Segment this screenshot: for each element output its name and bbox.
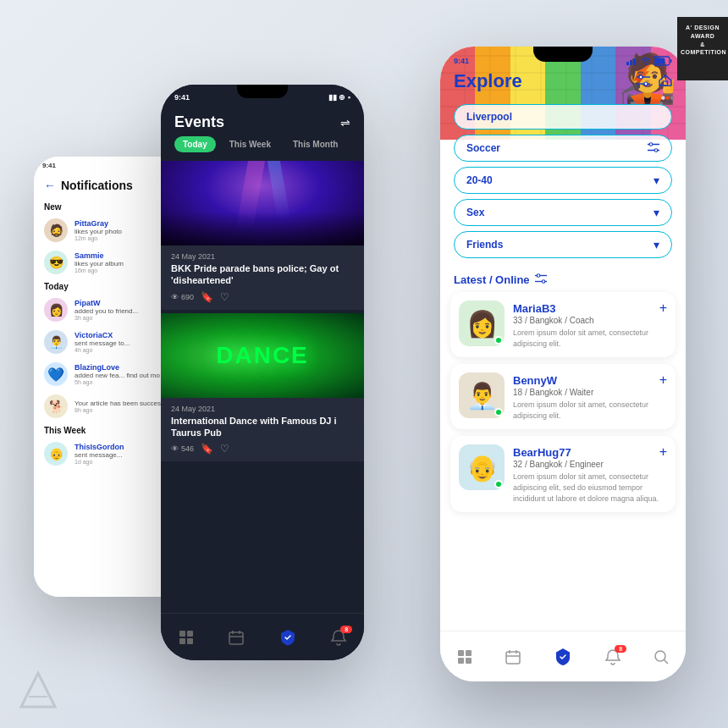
filter-sport-text: Soccer: [466, 142, 500, 154]
avatar-wrap: 👴: [459, 444, 505, 490]
svg-rect-28: [458, 658, 464, 664]
notif-message: added new fea... find out more here.: [74, 372, 168, 379]
event-card[interactable]: 24 May 2021 BKK Pride parade bans police…: [161, 161, 364, 310]
nav-shield[interactable]: [553, 647, 573, 667]
svg-point-15: [639, 75, 643, 79]
filter-sex[interactable]: Sex ▾: [454, 199, 672, 226]
tab-this-week[interactable]: This Week: [221, 136, 279, 152]
notif-message: sent message to...: [74, 339, 168, 347]
add-user-button[interactable]: +: [659, 301, 667, 316]
svg-rect-11: [655, 58, 665, 64]
svg-rect-30: [506, 652, 520, 664]
phone-events: 9:41 ▮▮ ⊕ ▪ Events ⇌ Today This Week Thi…: [161, 85, 364, 660]
nav-calendar[interactable]: [228, 629, 245, 646]
avatar: 👨‍💼: [44, 330, 68, 354]
user-description: Lorem ipsum dolor sit amet, consectetur …: [513, 472, 667, 504]
user-card-mariab3[interactable]: 👩 MariaB3 + 33 / Bangkok / Coach Lorem i…: [450, 292, 676, 357]
add-user-button[interactable]: +: [659, 372, 667, 388]
avatar: 👩: [44, 298, 68, 322]
chevron-down-icon: ▾: [654, 174, 659, 187]
time-1: 9:41: [42, 162, 56, 169]
avatar-wrap: 👩: [459, 301, 505, 346]
notif-message: sent message...: [74, 451, 168, 459]
phone-explore: 🧑‍🎤 9:41 Explore: [440, 47, 686, 681]
nav-grid[interactable]: [178, 629, 195, 646]
notification-badge: 8: [340, 626, 352, 633]
svg-point-24: [537, 274, 540, 278]
svg-rect-4: [229, 632, 243, 644]
event-title: BKK Pride parade bans police; Gay ot 'di…: [171, 262, 354, 287]
bookmark-icon[interactable]: 🔖: [201, 443, 213, 455]
notification-badge-3: 8: [615, 645, 626, 653]
nav-notification[interactable]: 8: [330, 629, 347, 646]
filter-location[interactable]: Liverpool: [454, 104, 672, 130]
event-stats: 👁 690 🔖 ♡: [171, 291, 354, 303]
avatar-wrap: 👨‍💼: [459, 372, 505, 418]
filter-sliders-small-icon: [648, 141, 659, 155]
event-date: 24 May 2021: [171, 405, 354, 413]
filter-age-text: 20-40: [466, 174, 493, 186]
svg-rect-7: [633, 58, 636, 65]
nav-grid[interactable]: [456, 648, 473, 665]
add-user-button[interactable]: +: [659, 444, 667, 460]
notch-3: [533, 47, 593, 62]
event-card[interactable]: DANCE 24 May 2021 International Dance wi…: [161, 313, 364, 462]
user-name: MariaB3: [513, 302, 556, 315]
filter-location-text: Liverpool: [466, 111, 512, 123]
latest-online-section: Latest / Online: [440, 263, 686, 292]
notif-message: added you to friend...: [74, 307, 168, 315]
heart-icon[interactable]: ♡: [220, 443, 229, 455]
online-indicator: [494, 408, 503, 416]
event-info: 24 May 2021 International Dance with Fam…: [161, 398, 364, 462]
avatar: 🐕: [44, 394, 68, 418]
events-header: Events ⇌: [161, 107, 364, 136]
avatar: 💙: [44, 362, 68, 386]
online-indicator: [494, 480, 503, 488]
svg-rect-1: [187, 631, 193, 637]
filter-sliders-online-icon[interactable]: [535, 272, 547, 287]
avatar: 🧔: [44, 218, 68, 242]
filter-age[interactable]: 20-40 ▾: [454, 167, 672, 194]
event-image: DANCE: [161, 313, 364, 398]
svg-point-9: [645, 63, 647, 65]
explore-header: Explore: [440, 70, 686, 99]
user-card-bennyw[interactable]: 👨‍💼 BennyW + 18 / Bangkok / Waiter Lorem…: [450, 364, 676, 429]
svg-rect-6: [630, 60, 632, 65]
filter-icon[interactable]: ⇌: [340, 116, 350, 130]
event-date: 24 May 2021: [171, 252, 354, 261]
svg-rect-5: [626, 62, 629, 65]
svg-rect-3: [187, 638, 193, 644]
svg-rect-26: [458, 650, 464, 656]
user-card-bearhug77[interactable]: 👴 BearHug77 + 32 / Bangkok / Engineer Lo…: [450, 436, 676, 512]
back-button[interactable]: ←: [44, 179, 56, 192]
svg-point-20: [649, 143, 653, 146]
svg-rect-8: [637, 57, 638, 65]
notif-message: Your article has been successfully publi…: [74, 400, 168, 407]
filter-sliders-icon[interactable]: [637, 74, 650, 89]
status-icons-3: [626, 56, 672, 66]
nav-shield[interactable]: [279, 628, 297, 647]
notif-message: likes your album: [74, 260, 168, 267]
tab-today[interactable]: Today: [174, 136, 216, 152]
nav-search[interactable]: [653, 648, 670, 665]
event-views: 👁 546: [171, 444, 194, 453]
svg-point-25: [542, 280, 545, 284]
filter-sport[interactable]: Soccer: [454, 135, 672, 162]
svg-point-21: [654, 149, 658, 152]
user-meta: 33 / Bangkok / Coach: [513, 316, 667, 325]
nav-notification[interactable]: 8: [604, 648, 621, 665]
explore-title: Explore: [454, 70, 522, 92]
bookmark-icon[interactable]: 🔖: [201, 291, 213, 303]
filter-friends[interactable]: Friends ▾: [454, 231, 672, 258]
nav-calendar[interactable]: [505, 648, 521, 665]
heart-icon[interactable]: ♡: [220, 291, 229, 303]
events-tabs: Today This Week This Month: [161, 136, 364, 161]
user-meta: 32 / Bangkok / Engineer: [513, 460, 667, 469]
notch-2: [237, 85, 288, 98]
home-icon[interactable]: [659, 74, 672, 89]
avatar: 👴: [44, 442, 68, 466]
user-name: BennyW: [513, 374, 557, 387]
tab-this-month[interactable]: This Month: [284, 136, 346, 152]
user-info: BennyW + 18 / Bangkok / Waiter Lorem ips…: [513, 372, 667, 421]
user-meta: 18 / Bangkok / Waiter: [513, 388, 667, 397]
